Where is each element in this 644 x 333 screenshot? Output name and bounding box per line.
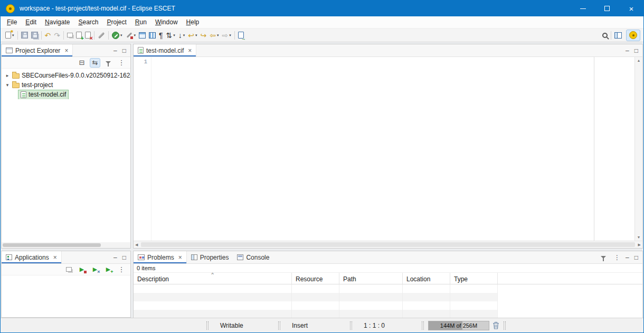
save-button[interactable]: [20, 30, 30, 41]
minimize-part-icon[interactable]: –: [113, 254, 117, 261]
maximize-part-icon[interactable]: □: [634, 254, 638, 261]
play-add-icon: ▶+: [104, 265, 113, 273]
menu-navigate[interactable]: Navigate: [41, 17, 74, 27]
tab-project-explorer[interactable]: Project Explorer ×: [2, 44, 73, 56]
undo-button[interactable]: ↶: [43, 30, 53, 41]
search-button[interactable]: [601, 30, 609, 41]
back-history-button[interactable]: ⇦▾: [208, 30, 220, 41]
dropdown-icon[interactable]: ▾: [217, 33, 219, 37]
menu-help[interactable]: Help: [182, 17, 204, 27]
last-edit-forward-button[interactable]: ↪: [199, 30, 209, 41]
menu-search[interactable]: Search: [74, 17, 102, 27]
run-garbage-collector-button[interactable]: [493, 321, 499, 329]
filter-button[interactable]: [598, 253, 609, 262]
minimize-button[interactable]: [571, 1, 595, 16]
minimize-part-icon[interactable]: –: [113, 47, 117, 54]
next-annotation-button[interactable]: ↓▾: [177, 30, 187, 41]
cif-transform-button[interactable]: ▾: [124, 30, 138, 41]
maximize-button[interactable]: [595, 1, 619, 16]
pin-editor-button[interactable]: [236, 30, 245, 41]
tree-item-sbecoursefiles[interactable]: ▸ SBECourseFiles-9.0.0.v20250912-16241: [2, 71, 130, 80]
auto-expand-button[interactable]: ▶+: [103, 265, 113, 274]
writable-status: Writable: [210, 322, 277, 329]
minimize-part-icon[interactable]: –: [626, 47, 629, 54]
column-path[interactable]: Path: [339, 273, 403, 284]
scroll-right-icon[interactable]: ▶: [638, 243, 641, 247]
dropdown-icon[interactable]: ▾: [173, 33, 175, 37]
scroll-left-icon[interactable]: ◀: [135, 243, 138, 247]
scroll-down-icon[interactable]: ▼: [637, 235, 641, 239]
column-type[interactable]: Type: [450, 273, 498, 284]
open-perspective-button[interactable]: [613, 30, 623, 41]
table-row: [134, 293, 642, 301]
sort-button[interactable]: ⇅▾: [165, 30, 177, 41]
menu-edit[interactable]: Edit: [21, 17, 41, 27]
view-menu-icon[interactable]: ⋮: [614, 254, 620, 261]
project-explorer-hscrollbar[interactable]: [2, 242, 130, 248]
paste-button[interactable]: [65, 30, 74, 41]
dropdown-icon[interactable]: ▾: [195, 33, 197, 37]
link-with-editor-button[interactable]: ⇆: [90, 58, 100, 68]
new-wizard-button[interactable]: ▾: [4, 30, 16, 41]
chevron-down-icon[interactable]: ▾: [5, 82, 10, 88]
dropdown-icon[interactable]: ▾: [229, 33, 231, 37]
applications-stack-button[interactable]: [63, 265, 74, 274]
wrench-icon: [98, 32, 105, 39]
scrollbar-thumb[interactable]: [141, 242, 635, 247]
last-edit-back-button[interactable]: ↩▾: [186, 30, 198, 41]
editor-text-area[interactable]: [151, 57, 634, 241]
close-icon[interactable]: ×: [188, 47, 192, 54]
tab-console[interactable]: Console: [233, 251, 273, 263]
close-icon[interactable]: ×: [178, 254, 182, 261]
column-location[interactable]: Location: [403, 273, 450, 284]
maximize-part-icon[interactable]: □: [122, 47, 126, 54]
terminate-all-button[interactable]: ▶: [77, 265, 87, 274]
remove-terminated-button[interactable]: ▶×: [90, 265, 100, 274]
scrollbar-thumb[interactable]: [3, 243, 101, 247]
dropdown-icon[interactable]: ▾: [183, 33, 185, 37]
tab-test-model-cif[interactable]: test-model.cif ×: [134, 44, 196, 56]
menu-run[interactable]: Run: [131, 17, 151, 27]
close-icon[interactable]: ×: [53, 254, 57, 261]
tree-item-test-model[interactable]: test-model.cif: [2, 90, 130, 99]
collapse-all-button[interactable]: ⊟: [77, 58, 87, 68]
redo-button[interactable]: ↷: [52, 30, 62, 41]
columns-button[interactable]: [147, 30, 157, 41]
editor-vscrollbar[interactable]: ▲ ▼: [634, 57, 642, 241]
menu-file[interactable]: File: [3, 17, 21, 27]
link-with-editor-icon: ⇆: [92, 59, 98, 66]
column-resource[interactable]: Resource: [292, 273, 339, 284]
dropdown-icon[interactable]: ▾: [120, 33, 122, 37]
tab-properties[interactable]: Properties: [187, 251, 233, 263]
tab-applications[interactable]: Applications ×: [2, 251, 62, 263]
view-menu-button[interactable]: ⋮: [116, 58, 127, 68]
minimize-part-icon[interactable]: –: [626, 254, 629, 261]
view-menu-button[interactable]: ⋮: [116, 265, 127, 274]
filter-button[interactable]: [103, 58, 113, 68]
editor-hscrollbar[interactable]: ◀ ▶: [134, 241, 642, 248]
maximize-part-icon[interactable]: □: [122, 254, 126, 261]
menu-window[interactable]: Window: [151, 17, 182, 27]
chevron-right-icon[interactable]: ▸: [5, 73, 10, 78]
tree-item-test-project[interactable]: ▾ test-project: [2, 80, 130, 90]
show-whitespace-button[interactable]: ¶: [157, 30, 165, 41]
close-icon[interactable]: ×: [64, 47, 68, 54]
forward-history-button[interactable]: ⇨▾: [221, 30, 233, 41]
delete-button[interactable]: [83, 30, 92, 41]
close-button[interactable]: ×: [619, 1, 643, 16]
tab-problems[interactable]: Problems ×: [134, 251, 187, 263]
pin-editor-icon: [238, 32, 244, 39]
simulator-button[interactable]: [137, 30, 147, 41]
editor-body[interactable]: 1 ▲ ▼: [134, 57, 642, 241]
maximize-part-icon[interactable]: □: [634, 47, 638, 54]
menu-project[interactable]: Project: [102, 17, 130, 27]
column-description[interactable]: ^Description: [134, 273, 292, 284]
selected-tree-item[interactable]: test-model.cif: [18, 90, 68, 99]
add-file-button[interactable]: [74, 30, 83, 41]
dropdown-icon[interactable]: ▾: [134, 33, 136, 37]
save-all-button[interactable]: [30, 30, 40, 41]
escet-perspective-button[interactable]: [626, 30, 640, 41]
wrench-button[interactable]: [96, 30, 107, 41]
cif-check-button[interactable]: ▾: [110, 30, 124, 41]
scroll-up-icon[interactable]: ▲: [637, 59, 641, 62]
